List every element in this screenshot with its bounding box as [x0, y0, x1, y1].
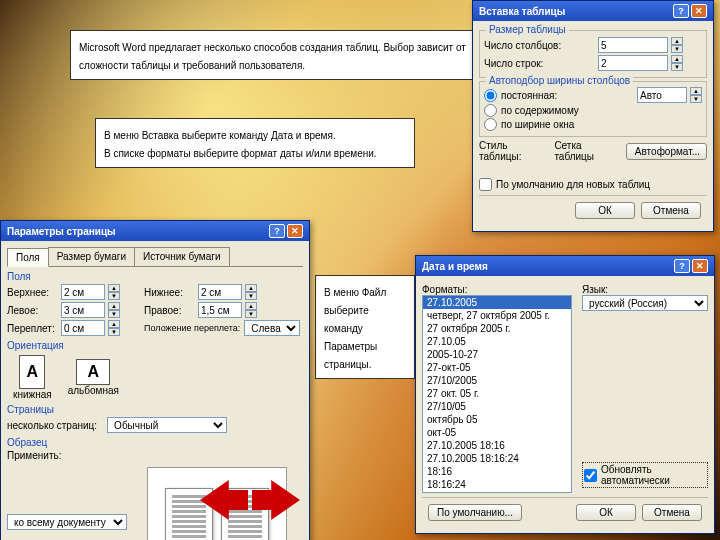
orientation-portrait[interactable]: Aкнижная: [13, 355, 52, 400]
top-input[interactable]: [61, 284, 105, 300]
dialog-title: Дата и время: [422, 261, 488, 272]
titlebar[interactable]: Дата и время ?✕: [416, 256, 714, 276]
remember-checkbox[interactable]: По умолчанию для новых таблиц: [479, 178, 707, 191]
tab-paper[interactable]: Размер бумаги: [48, 247, 135, 266]
format-item[interactable]: четверг, 27 октября 2005 г.: [423, 309, 571, 322]
orientation-landscape[interactable]: Aальбомная: [68, 359, 119, 396]
format-item[interactable]: 27 октября 2005 г.: [423, 322, 571, 335]
close-icon[interactable]: ✕: [287, 224, 303, 238]
help-icon[interactable]: ?: [673, 4, 689, 18]
autoformat-button[interactable]: Автоформат...: [626, 143, 707, 160]
format-item[interactable]: 18:16: [423, 465, 571, 478]
format-item[interactable]: окт-05: [423, 426, 571, 439]
format-item[interactable]: 27 окт. 05 г.: [423, 387, 571, 400]
preview-heading: Образец: [7, 437, 303, 448]
style-label: Стиль таблицы:: [479, 140, 550, 162]
format-item[interactable]: 2005-10-27: [423, 348, 571, 361]
close-icon[interactable]: ✕: [692, 259, 708, 273]
pages-heading: Страницы: [7, 404, 303, 415]
radio-window[interactable]: по ширине окна: [484, 118, 702, 131]
help-icon[interactable]: ?: [674, 259, 690, 273]
cancel-button[interactable]: Отмена: [641, 202, 701, 219]
instruction-text-1: В меню Вставка выберите команду Дата и в…: [95, 118, 415, 168]
titlebar[interactable]: Вставка таблицы ?✕: [473, 1, 713, 21]
default-button[interactable]: По умолчанию...: [428, 504, 522, 521]
apply-select[interactable]: ко всему документу: [7, 514, 127, 530]
format-item[interactable]: 27.10.2005: [423, 296, 571, 309]
gutter-pos-select[interactable]: Слева: [244, 320, 300, 336]
margins-heading: Поля: [7, 271, 303, 282]
help-icon[interactable]: ?: [269, 224, 285, 238]
cancel-button[interactable]: Отмена: [642, 504, 702, 521]
format-item[interactable]: 27-окт-05: [423, 361, 571, 374]
multi-select[interactable]: Обычный: [107, 417, 227, 433]
intro-text: Microsoft Word предлагает несколько спос…: [70, 30, 475, 80]
rows-input[interactable]: [598, 55, 668, 71]
cols-spinner[interactable]: ▲▼: [671, 37, 683, 53]
nav-arrows: [200, 480, 300, 520]
auto-update-checkbox[interactable]: Обновлять автоматически: [582, 462, 708, 488]
format-item[interactable]: 6:16: [423, 491, 571, 493]
format-item[interactable]: октябрь 05: [423, 413, 571, 426]
left-input[interactable]: [61, 302, 105, 318]
rows-spinner[interactable]: ▲▼: [671, 55, 683, 71]
tab-margins[interactable]: Поля: [7, 248, 49, 267]
lang-select[interactable]: русский (Россия): [582, 295, 708, 311]
next-arrow-icon[interactable]: [252, 480, 300, 520]
group-autofit-label: Автоподбор ширины столбцов: [486, 75, 633, 86]
format-item[interactable]: 18:16:24: [423, 478, 571, 491]
gutter-input[interactable]: [61, 320, 105, 336]
ok-button[interactable]: ОК: [575, 202, 635, 219]
radio-content[interactable]: по содержимому: [484, 104, 702, 117]
ok-button[interactable]: ОК: [576, 504, 636, 521]
tab-source[interactable]: Источник бумаги: [134, 247, 230, 266]
fixed-width-input[interactable]: [637, 87, 687, 103]
titlebar[interactable]: Параметры страницы ?✕: [1, 221, 309, 241]
style-value: Сетка таблицы: [554, 140, 621, 162]
date-time-dialog: Дата и время ?✕ Форматы: 27.10.2005четве…: [415, 255, 715, 534]
group-size-label: Размер таблицы: [486, 24, 569, 35]
tabs: Поля Размер бумаги Источник бумаги: [7, 247, 303, 267]
dialog-title: Вставка таблицы: [479, 6, 565, 17]
format-item[interactable]: 27.10.05: [423, 335, 571, 348]
cols-input[interactable]: [598, 37, 668, 53]
format-item[interactable]: 27.10.2005 18:16:24: [423, 452, 571, 465]
format-item[interactable]: 27.10.2005 18:16: [423, 439, 571, 452]
format-item[interactable]: 27/10/05: [423, 400, 571, 413]
prev-arrow-icon[interactable]: [200, 480, 248, 520]
radio-fixed[interactable]: постоянная:▲▼: [484, 87, 702, 103]
lang-label: Язык:: [582, 284, 708, 295]
dialog-title: Параметры страницы: [7, 226, 116, 237]
close-icon[interactable]: ✕: [691, 4, 707, 18]
cols-label: Число столбцов:: [484, 40, 594, 51]
orientation-heading: Ориентация: [7, 340, 303, 351]
format-item[interactable]: 27/10/2005: [423, 374, 571, 387]
formats-listbox[interactable]: 27.10.2005четверг, 27 октября 2005 г.27 …: [422, 295, 572, 493]
rows-label: Число строк:: [484, 58, 594, 69]
instruction-text-2: В меню Файл выберите команду Параметры с…: [315, 275, 415, 379]
bottom-input[interactable]: [198, 284, 242, 300]
insert-table-dialog: Вставка таблицы ?✕ Размер таблицы Число …: [472, 0, 714, 232]
right-input[interactable]: [198, 302, 242, 318]
formats-label: Форматы:: [422, 284, 572, 295]
